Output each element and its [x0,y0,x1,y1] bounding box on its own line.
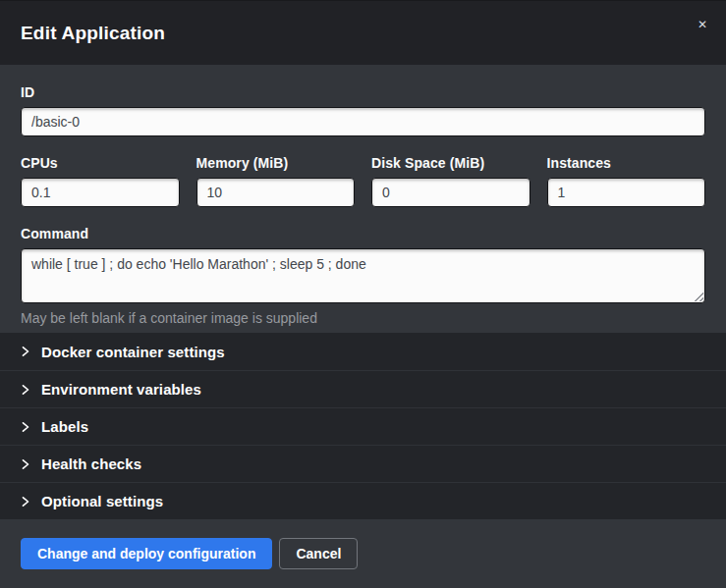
cancel-button[interactable]: Cancel [279,538,358,569]
resources-row: CPUs Memory (MiB) Disk Space (MiB) Insta… [21,155,705,207]
section-label: Environment variables [41,381,201,398]
command-textarea-wrap: while [ true ] ; do echo 'Hello Marathon… [21,248,705,303]
section-label: Labels [41,418,88,435]
chevron-right-icon [21,347,30,356]
command-label: Command [21,226,705,241]
page-title: Edit Application [21,23,165,44]
memory-field-group: Memory (MiB) [196,155,356,207]
cpus-input[interactable] [21,178,180,207]
cpus-field-group: CPUs [21,155,180,207]
section-docker-container-settings[interactable]: Docker container settings [0,333,726,370]
id-field-group: ID [21,84,705,136]
disk-label: Disk Space (MiB) [371,155,531,171]
memory-input[interactable] [196,178,356,207]
modal-header: Edit Application ✕ [0,1,726,65]
id-input[interactable] [21,107,705,136]
instances-label: Instances [547,155,706,171]
instances-input[interactable] [547,178,706,207]
cpus-label: CPUs [21,155,180,171]
disk-input[interactable] [371,178,531,207]
close-icon[interactable]: ✕ [693,15,712,34]
modal-footer: Change and deploy configuration Cancel [0,519,726,588]
section-label: Optional settings [41,493,163,509]
command-help-text: May be left blank if a container image i… [21,310,705,326]
collapsible-sections: Docker container settings Environment va… [0,333,726,519]
modal-body: ID CPUs Memory (MiB) Disk Space (MiB) In… [0,65,726,333]
command-field-group: Command while [ true ] ; do echo 'Hello … [21,226,705,326]
command-textarea[interactable]: while [ true ] ; do echo 'Hello Marathon… [21,248,705,303]
section-label: Docker container settings [41,344,225,360]
chevron-right-icon [21,422,30,432]
chevron-right-icon [21,497,30,507]
section-environment-variables[interactable]: Environment variables [0,370,726,407]
id-label: ID [21,84,705,100]
disk-field-group: Disk Space (MiB) [371,155,531,207]
instances-field-group: Instances [547,155,706,207]
chevron-right-icon [21,385,30,395]
edit-application-modal: Edit Application ✕ ID CPUs Memory (MiB) … [0,0,726,588]
memory-label: Memory (MiB) [196,155,356,171]
section-label: Health checks [41,455,141,472]
section-optional-settings[interactable]: Optional settings [0,482,726,519]
chevron-right-icon [21,459,30,469]
section-labels[interactable]: Labels [0,407,726,445]
change-and-deploy-button[interactable]: Change and deploy configuration [21,538,272,569]
section-health-checks[interactable]: Health checks [0,445,726,482]
